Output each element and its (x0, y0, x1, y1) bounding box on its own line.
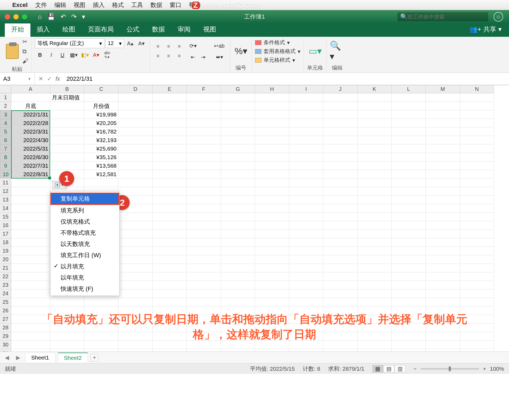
orientation-button[interactable]: ⟳▾ (188, 41, 198, 50)
row-header-6[interactable]: 6 (0, 136, 11, 144)
column-header-N[interactable]: N (460, 85, 494, 93)
row-header-15[interactable]: 15 (0, 213, 11, 221)
tab-view[interactable]: 视图 (197, 22, 222, 37)
confirm-formula-icon[interactable]: ✓ (47, 75, 52, 82)
view-normal-icon[interactable]: ▦ (372, 365, 383, 373)
sheet-nav-next[interactable]: ▶ (14, 354, 22, 361)
wrap-text-button[interactable]: ↩ab (212, 41, 227, 50)
column-header-M[interactable]: M (426, 85, 460, 93)
format-painter-icon[interactable]: 🖌 (22, 58, 28, 64)
italic-button[interactable]: I (46, 50, 56, 59)
row-header-14[interactable]: 14 (0, 204, 11, 213)
feedback-icon[interactable]: ☺ (494, 12, 503, 22)
align-center-button[interactable]: ≡ (164, 52, 173, 60)
column-header-G[interactable]: G (221, 85, 255, 93)
row-header-9[interactable]: 9 (0, 161, 11, 170)
column-header-B[interactable]: B (50, 85, 84, 93)
column-header-K[interactable]: K (357, 85, 392, 93)
column-header-H[interactable]: H (255, 85, 289, 93)
align-bottom-button[interactable]: ≡ (174, 42, 184, 51)
save-icon[interactable]: 💾 (47, 13, 55, 21)
fx-icon[interactable]: fx (55, 75, 60, 82)
column-header-E[interactable]: E (153, 85, 187, 93)
find-icon[interactable]: 🔍▾ (330, 45, 345, 57)
autofill-menu-fill-weekdays[interactable]: 填充工作日 (W) (50, 250, 119, 261)
view-buttons[interactable]: ▦ ▤ ▥ (372, 365, 405, 373)
zoom-control[interactable]: − + 100% (413, 366, 504, 372)
menu-insert[interactable]: 插入 (93, 1, 105, 9)
merge-button[interactable]: ⬌▾ (212, 53, 227, 62)
row-header-4[interactable]: 4 (0, 119, 11, 127)
row-header-31[interactable]: 31 (0, 349, 11, 352)
zoom-slider[interactable] (420, 368, 479, 370)
sheet-tab-2[interactable]: Sheet2 (58, 353, 88, 363)
column-headers[interactable]: ABCDEFGHIJKLMN (11, 85, 494, 93)
tab-formulas[interactable]: 公式 (120, 22, 146, 37)
autofill-menu-flash-fill[interactable]: 快速填充 (F) (50, 283, 119, 294)
menu-format[interactable]: 格式 (112, 1, 124, 9)
view-pagebreak-icon[interactable]: ▥ (395, 365, 405, 373)
row-header-13[interactable]: 13 (0, 196, 11, 204)
close-icon[interactable] (5, 14, 10, 19)
font-name-select[interactable]: 等线 Regular (正文)▾ (35, 38, 104, 48)
column-header-I[interactable]: I (289, 85, 323, 93)
conditional-format-button[interactable]: 条件格式 ▾ (255, 39, 300, 46)
row-header-22[interactable]: 22 (0, 272, 11, 281)
border-button[interactable]: ▦▾ (69, 50, 79, 59)
row-header-11[interactable]: 11 (0, 179, 11, 187)
bold-button[interactable]: B (35, 50, 45, 59)
share-button[interactable]: 👥+ 共享 ▾ (467, 25, 504, 37)
copy-icon[interactable]: ⧉ (22, 48, 28, 55)
menu-view[interactable]: 视图 (74, 1, 85, 9)
tab-insert[interactable]: 插入 (30, 22, 56, 37)
autofill-menu-fill-years[interactable]: 以年填充 (50, 272, 119, 283)
menu-file[interactable]: 文件 (35, 1, 47, 9)
row-header-24[interactable]: 24 (0, 289, 11, 298)
column-header-F[interactable]: F (187, 85, 221, 93)
menu-window[interactable]: 窗口 (170, 1, 181, 9)
autofill-menu-copy-cells[interactable]: 复制单元格 (50, 193, 119, 205)
tab-pagelayout[interactable]: 页面布局 (82, 22, 120, 37)
menu-data[interactable]: 数据 (150, 1, 162, 9)
autofill-menu-fill-series[interactable]: 填充系列 (50, 205, 119, 216)
row-header-7[interactable]: 7 (0, 144, 11, 153)
autofill-menu-fill-without-format[interactable]: 不带格式填充 (50, 227, 119, 239)
row-header-8[interactable]: 8 (0, 153, 11, 161)
spreadsheet-grid[interactable]: ABCDEFGHIJKLMN 1234567891011121314151617… (0, 85, 509, 352)
row-header-20[interactable]: 20 (0, 255, 11, 264)
cut-icon[interactable]: ✂ (22, 38, 28, 45)
row-header-16[interactable]: 16 (0, 221, 11, 230)
align-right-button[interactable]: ≡ (174, 52, 184, 60)
autofill-menu-fill-days[interactable]: 以天数填充 (50, 239, 119, 250)
row-header-19[interactable]: 19 (0, 247, 11, 255)
sheet-search[interactable]: 🔍 (397, 12, 488, 21)
paste-button[interactable] (6, 44, 19, 59)
decrease-indent-button[interactable]: ⇤ (188, 53, 198, 62)
shrink-font-button[interactable]: A▾ (136, 39, 146, 48)
column-header-L[interactable]: L (392, 85, 426, 93)
row-header-17[interactable]: 17 (0, 230, 11, 238)
formula-input[interactable]: 2022/1/31 (64, 75, 509, 82)
menu-tools[interactable]: 工具 (131, 1, 143, 9)
row-header-12[interactable]: 12 (0, 187, 11, 196)
fill-color-button[interactable]: ◧▾ (80, 50, 90, 59)
autofill-menu-fill-format-only[interactable]: 仅填充格式 (50, 216, 119, 227)
redo-icon[interactable]: ↷ (71, 13, 77, 21)
column-header-J[interactable]: J (323, 85, 357, 93)
align-left-button[interactable]: ≡ (153, 52, 163, 60)
tab-review[interactable]: 审阅 (171, 22, 197, 37)
row-header-25[interactable]: 25 (0, 298, 11, 306)
row-header-23[interactable]: 23 (0, 281, 11, 289)
cancel-formula-icon[interactable]: ✕ (38, 75, 43, 82)
align-top-button[interactable]: ≡ (153, 42, 163, 51)
autofill-menu-fill-months[interactable]: 以月填充 (50, 261, 119, 272)
home-icon[interactable]: ⌂ (38, 13, 42, 21)
select-all-corner[interactable] (0, 85, 11, 93)
column-header-C[interactable]: C (84, 85, 118, 93)
phonetic-button[interactable]: abc✎▾ (102, 50, 112, 59)
sheet-tab-1[interactable]: Sheet1 (25, 353, 55, 362)
row-header-5[interactable]: 5 (0, 127, 11, 136)
sheet-nav-prev[interactable]: ◀ (3, 354, 11, 361)
add-sheet-button[interactable]: + (90, 354, 98, 362)
font-color-button[interactable]: A▾ (91, 50, 101, 59)
